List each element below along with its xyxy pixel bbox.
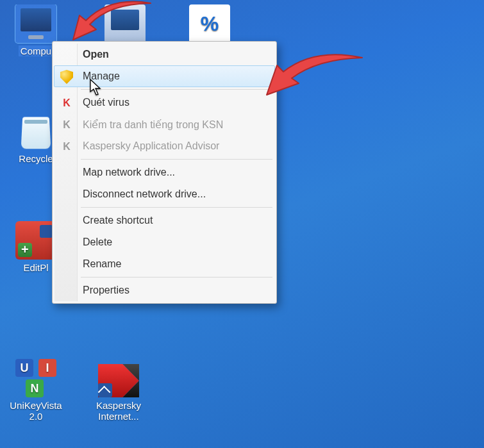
kaspersky-k-disabled-icon: K <box>58 138 75 155</box>
menu-item-delete[interactable]: Delete <box>54 231 275 253</box>
desktop-icon-unikey[interactable]: UIN UniKeyVista 2.0 <box>7 359 65 422</box>
menu-item-label: Properties <box>83 285 129 296</box>
menu-separator <box>81 159 272 160</box>
mouse-cursor-icon <box>90 79 103 97</box>
desktop-icon-percent-app[interactable]: % <box>181 4 238 46</box>
menu-item-label: Map network drive... <box>83 167 175 178</box>
menu-item-kaspersky-advisor: K Kaspersky Application Advisor <box>54 135 275 157</box>
desktop-icon-label: Kaspersky Internet... <box>90 400 147 422</box>
kaspersky-icon <box>98 359 139 397</box>
shield-icon <box>58 69 75 85</box>
menu-separator <box>81 89 272 90</box>
menu-item-create-shortcut[interactable]: Create shortcut <box>54 210 275 231</box>
menu-item-label: Kaspersky Application Advisor <box>83 140 219 152</box>
kaspersky-k-disabled-icon: K <box>58 117 75 133</box>
menu-item-label: Create shortcut <box>83 215 153 226</box>
menu-item-label: Delete <box>83 236 112 248</box>
percent-icon: % <box>189 4 230 43</box>
desktop-icon-label: Recycle <box>19 153 53 164</box>
menu-item-scan-virus[interactable]: K Quét virus <box>54 92 275 113</box>
menu-separator <box>81 277 272 278</box>
menu-item-disconnect-network-drive[interactable]: Disconnect network drive... <box>54 183 275 205</box>
menu-item-open[interactable]: Open <box>54 44 275 65</box>
kaspersky-k-icon: K <box>58 95 75 112</box>
annotation-arrow-computer <box>71 0 154 45</box>
menu-item-label: Rename <box>83 258 121 270</box>
desktop-icon-label: Compu <box>19 46 53 56</box>
menu-item-label: Disconnect network drive... <box>83 188 206 200</box>
computer-icon <box>15 4 56 43</box>
menu-item-map-network-drive[interactable]: Map network drive... <box>54 162 275 183</box>
unikey-icon: UIN <box>15 359 56 397</box>
menu-separator <box>81 207 272 208</box>
desktop-icon-kaspersky[interactable]: Kaspersky Internet... <box>90 359 147 422</box>
desktop-icon-label: EditPl <box>23 262 48 273</box>
recycle-bin-icon <box>15 112 56 151</box>
context-menu: Open Manage K Quét virus K Kiểm tra danh… <box>52 41 277 304</box>
menu-item-ksn-reputation: K Kiểm tra danh tiếng trong KSN <box>54 113 275 135</box>
menu-item-rename[interactable]: Rename <box>54 253 275 275</box>
menu-item-label: Kiểm tra danh tiếng trong KSN <box>83 119 223 131</box>
menu-item-label: Open <box>83 49 109 60</box>
editplus-icon <box>15 221 56 260</box>
menu-item-properties[interactable]: Properties <box>54 279 275 301</box>
menu-item-label: Quét virus <box>83 97 129 108</box>
menu-item-manage[interactable]: Manage <box>54 65 275 87</box>
desktop-icon-label: UniKeyVista 2.0 <box>8 400 64 422</box>
annotation-arrow-manage <box>263 51 365 103</box>
